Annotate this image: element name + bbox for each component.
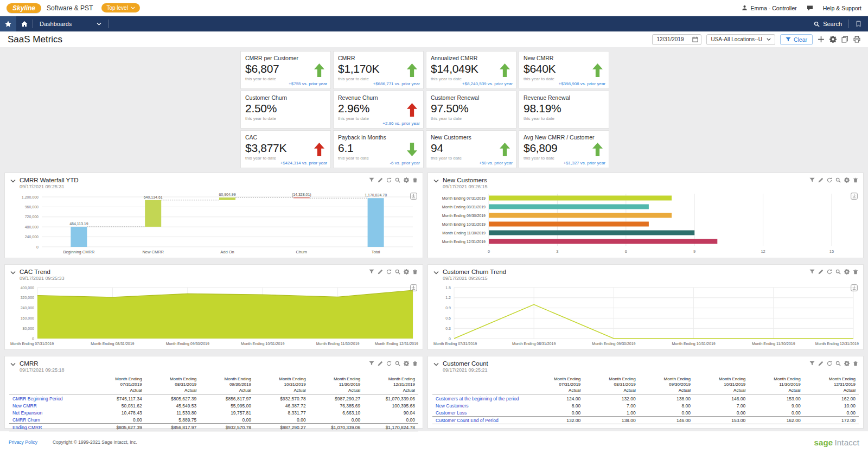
zoom-icon[interactable]	[395, 177, 400, 183]
row-label-link[interactable]: New CMRR	[9, 402, 91, 409]
cmrr-waterfall-chart[interactable]: 0240,000480,000720,000960,0001,200,00048…	[9, 190, 419, 256]
kpi-card-customer-churn[interactable]: Customer Churn2.50%this year to date	[240, 91, 331, 129]
filter-icon[interactable]	[809, 177, 815, 183]
row-label-link[interactable]: New Customers	[432, 402, 529, 409]
kpi-card-cac[interactable]: CAC$3,877Kthis year to date+$424,314 vs.…	[240, 130, 331, 168]
filter-icon[interactable]	[809, 361, 815, 366]
collapse-chevron-icon[interactable]	[10, 271, 16, 275]
delete-icon[interactable]	[412, 177, 418, 183]
delete-icon[interactable]	[412, 269, 418, 275]
edit-icon[interactable]	[378, 269, 383, 275]
home-button[interactable]	[16, 16, 33, 31]
refresh-icon[interactable]	[386, 177, 392, 183]
refresh-icon[interactable]	[827, 361, 832, 366]
zoom-icon[interactable]	[835, 177, 841, 183]
row-label-link[interactable]: CMRR Beginning Period	[9, 395, 91, 403]
kpi-card-cmrr-per-customer[interactable]: CMRR per Customer$6,807this year to date…	[240, 51, 331, 89]
export-chart-button[interactable]	[851, 191, 858, 198]
privacy-policy-link[interactable]: Privacy Policy	[9, 439, 37, 445]
refresh-icon[interactable]	[386, 269, 392, 275]
calendar-icon[interactable]	[692, 36, 698, 42]
kpi-card-customer-renewal[interactable]: Customer Renewal97.50%this year to date	[426, 91, 516, 129]
nav-divider	[848, 20, 849, 28]
kpi-card-new-customers[interactable]: New Customers94this year to date+50 vs. …	[426, 130, 516, 168]
row-label-column	[9, 377, 91, 395]
refresh-icon[interactable]	[386, 361, 392, 366]
row-label-link[interactable]: Customer Count End of Period	[432, 417, 529, 424]
kpi-delta: +$686,771 vs. prior year	[373, 81, 420, 86]
refresh-icon[interactable]	[827, 177, 832, 183]
user-name: Emma - Controller	[751, 5, 797, 11]
settings-icon[interactable]	[404, 177, 409, 183]
print-icon[interactable]	[853, 36, 860, 43]
location-filter-select[interactable]: USA-All Locations--U	[706, 34, 775, 45]
filter-icon[interactable]	[369, 269, 374, 275]
favorites-star-button[interactable]	[0, 16, 16, 31]
row-label-link[interactable]: Customer Loss	[432, 409, 529, 417]
help-support-link[interactable]: Help & Support	[823, 5, 861, 11]
kpi-card-payback-in-months[interactable]: Payback in Months6.1this year to date-6 …	[333, 130, 424, 168]
add-component-icon[interactable]	[818, 36, 825, 43]
settings-icon[interactable]	[844, 177, 850, 183]
kpi-period: this year to date	[524, 116, 604, 121]
chat-icon[interactable]	[807, 5, 813, 11]
panel-timestamp: 09/17/2021 09:25:33	[20, 276, 65, 281]
bookmark-icon[interactable]	[856, 21, 861, 27]
collapse-chevron-icon[interactable]	[10, 362, 16, 366]
collapse-chevron-icon[interactable]	[10, 179, 16, 183]
export-chart-button[interactable]	[851, 283, 858, 290]
edit-icon[interactable]	[818, 361, 824, 366]
svg-text:15: 15	[829, 249, 834, 254]
settings-icon[interactable]	[844, 269, 850, 275]
kpi-card-cmrr[interactable]: CMRR$1,170Kthis year to date+$686,771 vs…	[333, 51, 424, 89]
customer-churn-trend-chart[interactable]: 00.30.60.91.21.5Month Ending 07/31/2019M…	[432, 282, 860, 347]
delete-icon[interactable]	[853, 361, 858, 366]
delete-icon[interactable]	[412, 361, 418, 366]
row-label-link[interactable]: Net Expansion	[9, 409, 91, 416]
duplicate-icon[interactable]	[841, 36, 848, 43]
cac-trend-chart[interactable]: 080,000160,000240,000320,000400,000Month…	[9, 282, 419, 347]
row-label-link[interactable]: Customers at the beginning of the period	[432, 395, 529, 403]
zoom-icon[interactable]	[835, 269, 841, 275]
svg-text:Month Ending 10/31/2019: Month Ending 10/31/2019	[672, 342, 716, 346]
edit-icon[interactable]	[818, 269, 824, 275]
export-chart-button[interactable]	[410, 191, 417, 198]
column-header: Month Ending09/30/2019Actual	[639, 377, 694, 395]
kpi-card-new-cmrr[interactable]: New CMRR$640Kthis year to date+$398,908 …	[519, 51, 609, 89]
edit-icon[interactable]	[378, 361, 383, 366]
settings-icon[interactable]	[404, 361, 409, 366]
kpi-card-revenue-churn[interactable]: Revenue Churn2.96%this year to date+2.96…	[333, 91, 424, 129]
edit-icon[interactable]	[378, 177, 383, 183]
filter-icon[interactable]	[809, 269, 815, 275]
search-button[interactable]: Search	[814, 21, 842, 27]
filter-icon[interactable]	[369, 361, 374, 366]
dashboards-menu[interactable]: Dashboards	[33, 21, 108, 27]
settings-icon[interactable]	[844, 361, 850, 366]
row-label-link[interactable]: CMRR Churn	[9, 416, 91, 424]
zoom-icon[interactable]	[395, 269, 400, 275]
refresh-icon[interactable]	[827, 269, 832, 275]
new-customers-chart[interactable]: 03691215Month Ending 07/31/2019Month End…	[432, 190, 860, 256]
collapse-chevron-icon[interactable]	[433, 179, 439, 183]
kpi-card-annualized-cmrr[interactable]: Annualized CMRR$14,049Kthis year to date…	[426, 51, 516, 89]
delete-icon[interactable]	[853, 177, 858, 183]
zoom-icon[interactable]	[395, 361, 400, 366]
collapse-chevron-icon[interactable]	[433, 362, 439, 366]
entity-selector-top-level[interactable]: Top level	[101, 3, 139, 12]
kpi-card-revenue-renewal[interactable]: Revenue Renewal98.19%this year to date	[519, 91, 609, 129]
dashboard-settings-icon[interactable]	[829, 36, 837, 43]
delete-icon[interactable]	[853, 269, 858, 275]
edit-icon[interactable]	[818, 177, 824, 183]
date-filter-input[interactable]	[655, 36, 690, 43]
kpi-value: 97.50%	[431, 102, 512, 115]
settings-icon[interactable]	[404, 269, 409, 275]
user-menu[interactable]: Emma - Controller	[742, 5, 797, 11]
collapse-chevron-icon[interactable]	[433, 271, 439, 275]
kpi-card-avg-new-cmrr-customer[interactable]: Avg New CMRR / Customer$6,809this year t…	[519, 130, 609, 168]
row-label-link[interactable]: Ending CMRR	[9, 424, 91, 431]
export-chart-button[interactable]	[410, 283, 417, 290]
clear-filters-button[interactable]: Clear	[780, 34, 813, 45]
kpi-delta: +$424,314 vs. prior year	[280, 161, 328, 165]
filter-icon[interactable]	[369, 177, 374, 183]
zoom-icon[interactable]	[835, 361, 841, 366]
